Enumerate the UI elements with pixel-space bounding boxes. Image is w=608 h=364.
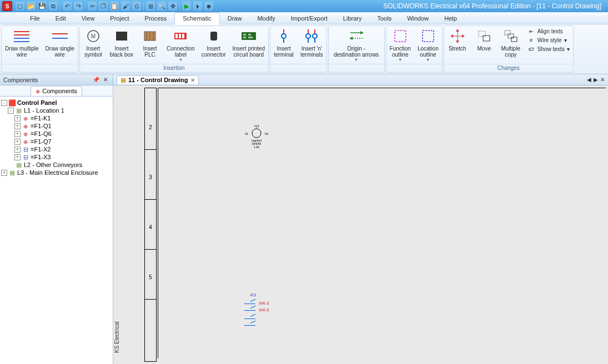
menu-file[interactable]: File <box>22 12 48 24</box>
qat-pan-icon[interactable]: ✥ <box>168 2 177 11</box>
component-tag[interactable]: -K1 <box>249 292 256 297</box>
tab-nav-next-icon[interactable]: ▶ <box>594 77 598 83</box>
qat-save-icon[interactable]: 💾 <box>38 2 47 11</box>
insert-n-terminals-button[interactable]: Insert 'n' terminals <box>297 26 326 58</box>
menu-draw[interactable]: Draw <box>220 12 250 24</box>
menu-tools[interactable]: Tools <box>369 12 399 24</box>
contact-symbol[interactable] <box>244 304 255 304</box>
menu-project[interactable]: Project <box>102 12 137 24</box>
tree-node-icon: ▦ <box>8 169 16 176</box>
show-texts-button[interactable]: 🏷Show texts ▾ <box>527 45 570 53</box>
panel-pin-icon[interactable]: 📌 <box>92 76 100 84</box>
qat-run-icon[interactable]: ▶ <box>182 2 191 11</box>
tree-expander-icon[interactable]: + <box>14 123 21 129</box>
qat-redo-icon[interactable]: ↷ <box>74 2 83 11</box>
tree-node-label: =F1-Q6 <box>31 130 52 137</box>
menu-process[interactable]: Process <box>137 12 175 24</box>
menu-help[interactable]: Help <box>436 12 465 24</box>
tree-expander-icon[interactable]: - <box>8 108 14 114</box>
tab-nav-prev-icon[interactable]: ◀ <box>587 77 591 83</box>
schematic-symbol[interactable]: -Q1 Legrand 004049 1.6A A1 A2 <box>248 124 265 149</box>
multiple-copy-button[interactable]: Multiple copy <box>498 26 524 58</box>
tree-node[interactable]: +◆=F1-K1 <box>1 114 112 122</box>
group-label-changes: Changes <box>444 64 573 72</box>
qat-copy-icon[interactable]: ❐ <box>99 2 108 11</box>
menu-modify[interactable]: Modify <box>249 12 283 24</box>
components-tree: -🟥Control Panel-▦L1 - Location 1+◆=F1-K1… <box>0 97 113 364</box>
qat-new-icon[interactable]: ▢ <box>16 2 24 11</box>
tab-nav-close-icon[interactable]: ✕ <box>600 77 605 83</box>
tree-expander-icon[interactable] <box>8 162 14 168</box>
tree-expander-icon[interactable]: + <box>14 154 21 160</box>
insert-terminal-button[interactable]: Insert terminal <box>270 26 297 58</box>
tree-node[interactable]: +◆=F1-Q6 <box>1 130 112 138</box>
stretch-button[interactable]: Stretch <box>444 26 471 52</box>
origin-destination-arrows-button[interactable]: Origin - destination arrows▼ <box>329 26 384 62</box>
qat-print-icon[interactable]: ⎙ <box>132 2 141 11</box>
insert-connector-button[interactable]: Insert connector <box>198 26 229 58</box>
tree-node[interactable]: -▦L1 - Location 1 <box>1 107 112 114</box>
tree-node[interactable]: +⊟=F1-X3 <box>1 153 112 161</box>
panel-close-icon[interactable]: ✕ <box>102 76 109 84</box>
svg-rect-46 <box>505 31 510 35</box>
tree-node[interactable]: +◆=F1-Q7 <box>1 138 112 145</box>
move-button[interactable]: Move <box>471 26 498 52</box>
svg-marker-41 <box>456 41 459 43</box>
connection-label-icon <box>172 28 189 44</box>
wire-style-button[interactable]: ≡Wire style ▾ <box>527 36 570 44</box>
menu-window[interactable]: Window <box>399 12 436 24</box>
tree-node[interactable]: +⊟=F1-X2 <box>1 145 112 153</box>
contact-symbol[interactable] <box>244 318 255 319</box>
qat-saveall-icon[interactable]: ⧉ <box>49 2 58 11</box>
insert-black-box-button[interactable]: Insert black box <box>107 26 137 58</box>
drawing-canvas[interactable]: 2 3 4 5 -Q1 Legrand 004049 1.6A A1 A2 -K… <box>113 85 608 364</box>
menu-library[interactable]: Library <box>335 12 370 24</box>
location-outline-button[interactable]: Location outline▼ <box>414 26 442 62</box>
document-tab[interactable]: ▦ 11 - Control Drawing ✕ <box>117 75 199 84</box>
tree-expander-icon[interactable]: + <box>14 146 21 153</box>
function-outline-button[interactable]: Function outline▼ <box>386 26 414 62</box>
draw-single-wire-button[interactable]: Draw single wire <box>42 26 78 58</box>
menu-view[interactable]: View <box>74 12 103 24</box>
insert-plc-button[interactable]: Insert PLC <box>137 26 163 58</box>
qat-open-icon[interactable]: 📂 <box>27 2 36 11</box>
tree-expander-icon[interactable]: + <box>14 115 21 122</box>
tree-expander-icon[interactable]: + <box>1 170 7 176</box>
svg-rect-15 <box>179 34 181 38</box>
menu-edit[interactable]: Edit <box>48 12 74 24</box>
tree-node[interactable]: +◆=F1-Q1 <box>1 122 112 130</box>
qat-zoom-window-icon[interactable]: 🔍 <box>157 2 166 11</box>
qat-zoom-extents-icon[interactable]: ⊞ <box>146 2 155 11</box>
tree-node-label: =F1-X2 <box>31 146 51 153</box>
svg-rect-8 <box>116 32 127 41</box>
tree-expander-icon[interactable]: + <box>14 139 21 145</box>
insert-symbol-button[interactable]: M Insert symbol <box>80 26 107 58</box>
document-tab-label: 11 - Control Drawing <box>128 77 188 83</box>
qat-separator <box>60 2 61 10</box>
qat-macro-icon[interactable]: ⏵ <box>193 2 202 11</box>
contact-symbol[interactable] <box>244 325 255 326</box>
panel-title: Components <box>3 77 38 83</box>
svg-rect-22 <box>248 37 253 38</box>
qat-copyfmt-icon[interactable]: 🖌 <box>121 2 130 11</box>
qat-cut-icon[interactable]: ✂ <box>88 2 97 11</box>
menu-import-export[interactable]: Import/Export <box>283 12 335 24</box>
qat-undo-icon[interactable]: ↶ <box>63 2 72 11</box>
tree-node-label: =F1-X3 <box>31 154 51 160</box>
menu-schematic[interactable]: Schematic <box>174 12 219 24</box>
document-tab-close-icon[interactable]: ✕ <box>190 77 195 83</box>
tree-node-label: L1 - Location 1 <box>24 107 64 114</box>
connection-label-button[interactable]: Connection label▼ <box>163 26 198 62</box>
insert-pcb-button[interactable]: Insert printed circuit board <box>229 26 268 58</box>
contact-symbol[interactable] <box>244 310 255 311</box>
tree-node[interactable]: ▦L2 - Other Conveyors <box>1 161 112 169</box>
tree-expander-icon[interactable]: - <box>1 100 7 106</box>
tree-node[interactable]: +▦L3 - Main Electrical Enclosure <box>1 169 112 176</box>
align-texts-button[interactable]: ⇤Align texts <box>527 27 570 35</box>
qat-paste-icon[interactable]: 📋 <box>110 2 119 11</box>
tree-node[interactable]: -🟥Control Panel <box>1 99 112 107</box>
tree-expander-icon[interactable]: + <box>14 131 21 137</box>
panel-tab-components[interactable]: ◆ Components <box>31 86 82 96</box>
draw-multiple-wire-button[interactable]: Draw multiple wire <box>2 26 42 58</box>
qat-assistant-icon[interactable]: ☻ <box>204 2 213 11</box>
